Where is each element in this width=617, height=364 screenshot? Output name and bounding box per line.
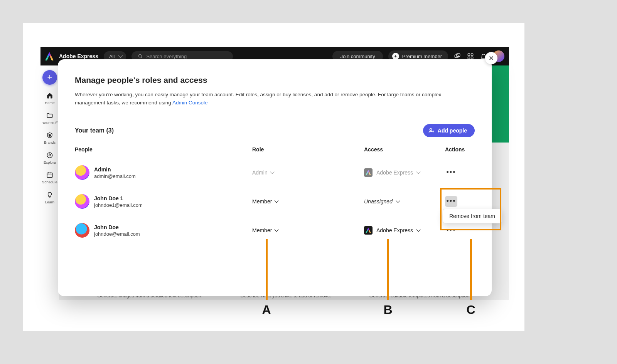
modal-title: Manage people's roles and access bbox=[75, 75, 475, 85]
svg-point-15 bbox=[430, 129, 432, 131]
person-name: John Doe 1 bbox=[94, 195, 143, 202]
role-value: Admin bbox=[252, 169, 268, 176]
avatar bbox=[75, 223, 89, 238]
sidebar-label: Your stuff bbox=[42, 121, 57, 125]
svg-rect-5 bbox=[471, 54, 473, 55]
premium-star-icon: ✦ bbox=[392, 53, 399, 60]
access-dropdown[interactable]: Adobe Express bbox=[364, 168, 445, 177]
calendar-icon bbox=[46, 171, 54, 179]
svg-rect-4 bbox=[468, 54, 470, 55]
adobe-express-app-icon bbox=[364, 168, 373, 177]
lightbulb-icon bbox=[46, 191, 54, 199]
sidebar-label: Schedule bbox=[42, 180, 57, 184]
compass-icon bbox=[46, 151, 54, 159]
access-value: Unassigned bbox=[364, 198, 393, 205]
role-dropdown[interactable]: Admin bbox=[252, 169, 364, 176]
svg-rect-10 bbox=[47, 173, 52, 178]
person-email: johndoe1@email.com bbox=[94, 202, 143, 208]
svg-text:B: B bbox=[49, 134, 51, 137]
adobe-logo-icon bbox=[45, 52, 54, 60]
table-header: People Role Access Actions bbox=[75, 146, 475, 158]
sidebar-label: Brands bbox=[44, 141, 56, 144]
access-value: Adobe Express bbox=[376, 169, 413, 176]
svg-rect-6 bbox=[468, 57, 470, 59]
home-icon bbox=[46, 92, 54, 99]
search-icon bbox=[138, 54, 143, 59]
premium-label: Premium member bbox=[402, 54, 442, 59]
add-person-icon bbox=[428, 127, 435, 134]
avatar bbox=[75, 194, 89, 209]
table-row: Admin admin@email.com Admin Adobe Expres… bbox=[75, 158, 475, 187]
annotation-line-b bbox=[387, 239, 389, 300]
share-icon[interactable] bbox=[453, 52, 461, 60]
person-cell: Admin admin@email.com bbox=[75, 165, 252, 180]
svg-rect-7 bbox=[471, 57, 473, 59]
person-cell: John Doe johndoe@email.com bbox=[75, 223, 252, 238]
close-icon: ✕ bbox=[489, 54, 494, 62]
annotation-letter-c: C bbox=[466, 303, 475, 317]
apps-grid-icon[interactable] bbox=[467, 52, 474, 60]
sidebar-label: Learn bbox=[45, 200, 54, 204]
sidebar-item-schedule[interactable]: Schedule bbox=[40, 171, 59, 184]
row-actions-button[interactable]: ••• bbox=[445, 167, 457, 178]
add-people-label: Add people bbox=[438, 127, 467, 134]
table-row: John Doe johndoe@email.com Member Adobe … bbox=[75, 216, 475, 245]
admin-console-link[interactable]: Admin Console bbox=[172, 100, 208, 106]
col-access: Access bbox=[364, 146, 445, 153]
table-row: John Doe 1 johndoe1@email.com Member Una… bbox=[75, 187, 475, 216]
role-value: Member bbox=[252, 198, 272, 205]
modal-description-text: Wherever you're working, you can easily … bbox=[75, 92, 441, 106]
modal-description: Wherever you're working, you can easily … bbox=[75, 91, 472, 107]
annotation-letter-b: B bbox=[383, 303, 392, 317]
search-placeholder: Search everything bbox=[146, 54, 187, 59]
person-name: John Doe bbox=[94, 224, 140, 231]
sidebar-item-home[interactable]: Home bbox=[40, 92, 59, 105]
role-value: Member bbox=[252, 227, 272, 233]
annotation-line-c bbox=[470, 239, 472, 300]
sidebar-item-learn[interactable]: Learn bbox=[40, 191, 59, 204]
add-people-button[interactable]: Add people bbox=[423, 124, 475, 137]
brand-name: Adobe Express bbox=[59, 53, 98, 59]
sidebar-item-brands[interactable]: B Brands bbox=[40, 131, 59, 144]
chevron-down-icon bbox=[416, 170, 420, 174]
close-modal-button[interactable]: ✕ bbox=[485, 52, 497, 64]
row-actions-button[interactable]: ••• bbox=[445, 225, 457, 236]
more-dots-icon: ••• bbox=[447, 168, 456, 176]
remove-from-team-menu-item[interactable]: Remove from team bbox=[443, 209, 502, 223]
adobe-express-app-icon bbox=[364, 226, 373, 235]
folder-icon bbox=[46, 112, 54, 119]
people-table: People Role Access Actions Admin admin@e… bbox=[75, 146, 475, 245]
chevron-down-icon bbox=[275, 199, 279, 203]
role-dropdown[interactable]: Member bbox=[252, 227, 364, 233]
brand-icon: B bbox=[46, 131, 54, 139]
role-dropdown[interactable]: Member bbox=[252, 198, 364, 205]
more-dots-icon: ••• bbox=[447, 197, 456, 205]
sidebar: + Home Your stuff B Brands Explore bbox=[40, 65, 59, 300]
person-name: Admin bbox=[94, 166, 136, 173]
sidebar-item-explore[interactable]: Explore bbox=[40, 151, 59, 164]
svg-point-0 bbox=[139, 55, 142, 57]
team-heading: Your team (3) bbox=[75, 127, 114, 134]
manage-people-modal: Manage people's roles and access Whereve… bbox=[58, 59, 492, 296]
person-cell: John Doe 1 johndoe1@email.com bbox=[75, 194, 252, 209]
access-dropdown[interactable]: Unassigned bbox=[364, 198, 445, 205]
chevron-down-icon bbox=[396, 199, 400, 203]
sidebar-label: Explore bbox=[44, 161, 56, 164]
row-actions-button[interactable]: ••• bbox=[445, 196, 457, 207]
chevron-down-icon bbox=[416, 228, 420, 232]
person-email: admin@email.com bbox=[94, 173, 136, 179]
svg-point-9 bbox=[47, 153, 52, 158]
avatar bbox=[75, 165, 89, 180]
annotation-letter-a: A bbox=[262, 303, 271, 317]
person-email: johndoe@email.com bbox=[94, 231, 140, 237]
access-value: Adobe Express bbox=[376, 227, 413, 233]
access-dropdown[interactable]: Adobe Express bbox=[364, 226, 445, 235]
col-role: Role bbox=[252, 146, 364, 153]
chevron-down-icon bbox=[275, 228, 279, 232]
col-actions: Actions bbox=[445, 146, 476, 153]
more-dots-icon: ••• bbox=[447, 226, 456, 234]
new-button[interactable]: + bbox=[42, 70, 57, 85]
sidebar-item-your-stuff[interactable]: Your stuff bbox=[40, 112, 59, 125]
svg-line-1 bbox=[141, 57, 142, 58]
chevron-down-icon bbox=[270, 170, 274, 174]
